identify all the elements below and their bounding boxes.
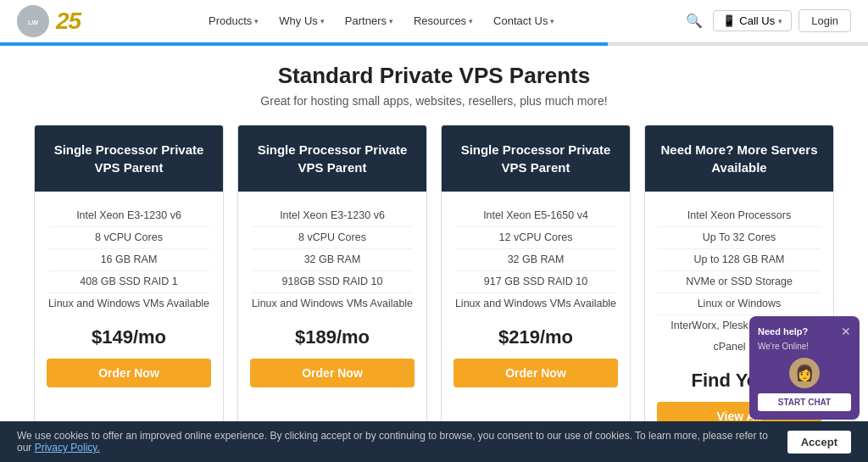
privacy-policy-link[interactable]: Privacy Policy. xyxy=(35,442,100,454)
spec-item: Up To 32 Cores xyxy=(657,227,821,249)
logo: LW 25 xyxy=(17,5,81,37)
spec-item: 918GB SSD RAID 10 xyxy=(252,271,413,293)
spec-item: NVMe or SSD Storage xyxy=(657,271,821,293)
chevron-down-icon: ▾ xyxy=(469,17,473,25)
card-price-3: $219/mo xyxy=(498,326,573,348)
card-body-3: Intel Xeon E5-1650 v4 12 vCPU Cores 32 G… xyxy=(442,192,630,444)
spec-item: Intel Xeon E5-1650 v4 xyxy=(455,205,616,227)
chat-close-icon[interactable]: ✕ xyxy=(841,325,851,338)
svg-text:LW: LW xyxy=(28,19,38,26)
spec-item: 32 GB RAM xyxy=(252,249,413,271)
order-now-button-2[interactable]: Order Now xyxy=(250,359,415,387)
spec-item: Intel Xeon E3-1230 v6 xyxy=(252,205,413,227)
cookie-text: We use cookies to offer an improved onli… xyxy=(17,430,787,454)
standard-cards-grid: Single Processor Private VPS Parent Inte… xyxy=(34,125,834,445)
accept-cookie-button[interactable]: Accept xyxy=(787,431,851,454)
nav-partners[interactable]: Partners ▾ xyxy=(337,9,402,32)
phone-icon: 📱 xyxy=(722,14,736,27)
call-us-button[interactable]: 📱 Call Us ▾ xyxy=(713,10,792,31)
spec-item: Up to 128 GB RAM xyxy=(657,249,821,271)
main-content: Standard Private VPS Parents Great for h… xyxy=(0,46,868,462)
logo-25-text: 25 xyxy=(56,8,81,35)
standard-section-title: Standard Private VPS Parents xyxy=(34,63,834,89)
card-specs-3: Intel Xeon E5-1650 v4 12 vCPU Cores 32 G… xyxy=(455,205,616,314)
standard-card-2: Single Processor Private VPS Parent Inte… xyxy=(237,125,427,445)
order-now-button-3[interactable]: Order Now xyxy=(453,359,618,387)
nav-why-us[interactable]: Why Us ▾ xyxy=(270,9,333,32)
nav-links: Products ▾ Why Us ▾ Partners ▾ Resources… xyxy=(200,9,563,32)
spec-item: Linux and Windows VMs Available xyxy=(455,293,616,314)
navbar: LW 25 Products ▾ Why Us ▾ Partners ▾ Res… xyxy=(0,0,868,42)
spec-item: Intel Xeon Processors xyxy=(657,205,821,227)
card-header-1: Single Processor Private VPS Parent xyxy=(35,125,223,192)
nav-contact[interactable]: Contact Us ▾ xyxy=(485,9,563,32)
spec-item: Linux and Windows VMs Available xyxy=(48,293,209,314)
standard-card-1: Single Processor Private VPS Parent Inte… xyxy=(34,125,224,445)
spec-item: 408 GB SSD RAID 1 xyxy=(48,271,209,293)
card-header-3: Single Processor Private VPS Parent xyxy=(442,125,630,192)
spec-item: Linux and Windows VMs Available xyxy=(252,293,413,314)
chevron-down-icon: ▾ xyxy=(254,17,259,25)
chat-widget: Need help? ✕ We're Online! 👩 START CHAT xyxy=(749,316,860,420)
card-specs-2: Intel Xeon E3-1230 v6 8 vCPU Cores 32 GB… xyxy=(252,205,413,314)
card-header-4: Need More? More Servers Available xyxy=(645,125,833,192)
login-button[interactable]: Login xyxy=(798,9,851,32)
nav-actions: 🔍 📱 Call Us ▾ Login xyxy=(682,9,851,32)
chevron-down-icon: ▾ xyxy=(778,17,782,25)
spec-item: 8 vCPU Cores xyxy=(252,227,413,249)
chevron-down-icon: ▾ xyxy=(320,17,325,25)
spec-item: Intel Xeon E3-1230 v6 xyxy=(48,205,209,227)
spec-item: 32 GB RAM xyxy=(455,249,616,271)
spec-item: Linux or Windows xyxy=(657,293,821,315)
card-price-1: $149/mo xyxy=(92,326,166,348)
logo-icon: LW xyxy=(17,5,49,37)
chat-avatar: 👩 xyxy=(789,358,820,388)
card-header-2: Single Processor Private VPS Parent xyxy=(238,125,426,192)
nav-resources[interactable]: Resources ▾ xyxy=(405,9,481,32)
chevron-down-icon: ▾ xyxy=(389,17,393,25)
card-price-2: $189/mo xyxy=(295,326,370,348)
card-body-2: Intel Xeon E3-1230 v6 8 vCPU Cores 32 GB… xyxy=(238,192,426,444)
search-icon[interactable]: 🔍 xyxy=(682,9,706,32)
start-chat-button[interactable]: START CHAT xyxy=(758,393,851,411)
spec-item: 8 vCPU Cores xyxy=(48,227,209,249)
spec-item: 917 GB SSD RAID 10 xyxy=(455,271,616,293)
standard-section-subtitle: Great for hosting small apps, websites, … xyxy=(34,94,834,108)
order-now-button-1[interactable]: Order Now xyxy=(47,359,211,387)
standard-card-3: Single Processor Private VPS Parent Inte… xyxy=(441,125,631,445)
card-specs-1: Intel Xeon E3-1230 v6 8 vCPU Cores 16 GB… xyxy=(48,205,209,314)
card-body-1: Intel Xeon E3-1230 v6 8 vCPU Cores 16 GB… xyxy=(35,192,223,444)
cookie-banner: We use cookies to offer an improved onli… xyxy=(0,421,868,462)
chat-header: Need help? ✕ xyxy=(758,325,851,338)
spec-item: 16 GB RAM xyxy=(48,249,209,271)
nav-products[interactable]: Products ▾ xyxy=(200,9,267,32)
chevron-down-icon: ▾ xyxy=(550,17,554,25)
spec-item: 12 vCPU Cores xyxy=(455,227,616,249)
